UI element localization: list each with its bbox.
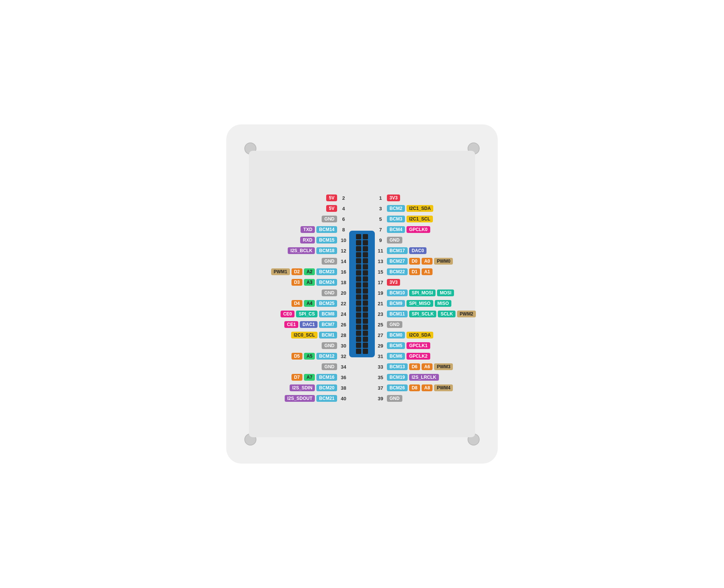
pin-6-gnd: GND <box>322 216 337 222</box>
pin-2-labels: 2 5V <box>326 193 348 203</box>
pin-dot <box>363 318 368 324</box>
pin-21-miso: MISO <box>435 300 452 307</box>
pin-24-spics: SPI_CS <box>296 311 318 317</box>
pin-row-1 <box>352 234 372 239</box>
pin-20-labels: 20 GND <box>322 288 348 298</box>
pin-23-bcm11: BCM11 <box>387 311 408 317</box>
pin-dot <box>356 294 361 300</box>
pin-8-txd: TXD <box>301 226 315 233</box>
pin-37-labels: 37 BCM26 D8 A8 PWM4 <box>376 383 453 393</box>
pin-dot <box>363 325 368 330</box>
pin-16-d2: D2 <box>291 268 302 275</box>
pin-dot <box>356 325 361 330</box>
pin-26-ce1: CE1 <box>284 321 298 328</box>
pin-dot <box>356 331 361 336</box>
pin-row-6 <box>352 264 372 270</box>
pin-dot <box>356 337 361 342</box>
pin-17-3v3: 3V3 <box>387 279 400 286</box>
pin-19-num: 19 <box>376 290 385 296</box>
pin-10-rxd: RXD <box>300 237 315 243</box>
pin-5-labels: 5 BCM3 I2C1_SCL <box>376 214 433 224</box>
pin-6-num: 6 <box>339 216 348 222</box>
pin-14-labels: 14 GND <box>322 256 348 266</box>
pin-28-i2c0scl: I2C0_SCL <box>291 332 318 338</box>
pin-13-a0: A0 <box>422 258 433 265</box>
pin-33-num: 33 <box>376 364 385 370</box>
pin-row-8 <box>352 276 372 282</box>
pin-4-5v: 5V <box>326 205 337 212</box>
pin-35-labels: 35 BCM19 I2S_LRCLK <box>376 372 439 382</box>
pin-34-gnd: GND <box>322 363 337 370</box>
pin-14-num: 14 <box>339 259 348 264</box>
pin-1-num: 1 <box>376 195 385 201</box>
pin-28-num: 28 <box>339 332 348 338</box>
pin-37-a8: A8 <box>422 384 433 391</box>
pin-row-16 <box>352 325 372 330</box>
pin-8-bcm14: BCM14 <box>316 226 337 233</box>
pin-33-a6: A6 <box>422 363 433 370</box>
pin-dot <box>363 276 368 282</box>
pin-dot <box>356 258 361 263</box>
pin-26-num: 26 <box>339 322 348 328</box>
pin-10-bcm15: BCM15 <box>316 237 337 243</box>
pin-13-pwm0: PWM0 <box>434 258 453 265</box>
pin-dot <box>356 270 361 276</box>
pin-25-labels: 25 GND <box>376 320 402 329</box>
pin-29-labels: 29 BCM5 GPCLK1 <box>376 341 430 351</box>
pin-row-5 <box>352 258 372 263</box>
pin-32-a5: A5 <box>304 353 315 360</box>
pin-38-num: 38 <box>339 385 348 391</box>
pin-39-gnd: GND <box>387 395 402 402</box>
pin-dot <box>356 264 361 270</box>
pin-32-d5: D5 <box>291 353 302 360</box>
pin-row-18 <box>352 337 372 342</box>
pin-31-labels: 31 BCM6 GPCLK2 <box>376 351 430 361</box>
pin-15-num: 15 <box>376 269 385 275</box>
pin-row-11 <box>352 294 372 300</box>
pin-12-labels: 12 BCM18 I2S_BCLK <box>288 246 348 256</box>
pin-3-i2c1sda: I2C1_SDA <box>406 205 433 212</box>
pin-dot <box>363 282 368 288</box>
pin-15-d1: D1 <box>409 268 420 275</box>
pin-32-labels: 32 BCM12 A5 D5 <box>291 351 348 361</box>
pin-23-sclk: SCLK <box>438 311 456 317</box>
pin-22-a4: A4 <box>304 300 315 307</box>
pin-30-num: 30 <box>339 343 348 349</box>
pin-39-labels: 39 GND <box>376 394 402 403</box>
pin-row-7 <box>352 270 372 276</box>
pin-dot <box>363 294 368 300</box>
pin-dot <box>363 270 368 276</box>
pin-dot <box>363 312 368 318</box>
pin-37-pwm4: PWM4 <box>434 384 453 391</box>
pin-dot <box>363 337 368 342</box>
pin-15-a1: A1 <box>422 268 433 275</box>
pin-28-labels: 28 BCM1 I2C0_SCL <box>291 330 348 340</box>
pin-5-i2c1scl: I2C1_SCL <box>406 216 433 222</box>
pin-7-num: 7 <box>376 227 385 233</box>
pin-2-5v: 5V <box>326 194 337 201</box>
pin-20-num: 20 <box>339 290 348 296</box>
pin-32-num: 32 <box>339 354 348 359</box>
pin-dot <box>356 318 361 324</box>
pin-24-bcm8: BCM8 <box>319 311 337 317</box>
pin-24-num: 24 <box>339 311 348 317</box>
pin-6-labels: 6 GND <box>322 214 348 224</box>
pin-1-3v3: 3V3 <box>387 194 400 201</box>
pin-36-d7: D7 <box>291 374 302 381</box>
pin-11-dac0: DAC0 <box>409 247 427 254</box>
pin-31-num: 31 <box>376 354 385 359</box>
pin-11-bcm17: BCM17 <box>387 247 408 254</box>
pin-36-labels: 36 BCM16 A7 D7 <box>291 372 348 382</box>
pin-17-labels: 17 3V3 <box>376 277 400 287</box>
pin-16-bcm23: BCM23 <box>316 268 337 275</box>
pin-24-labels: 24 BCM8 SPI_CS CE0 <box>281 309 348 319</box>
board <box>226 124 498 464</box>
pin-dot <box>363 246 368 251</box>
pin-row-19 <box>352 343 372 348</box>
pin-dot <box>356 312 361 318</box>
pin-19-bcm10: BCM10 <box>387 289 408 296</box>
pin-8-labels: 8 BCM14 TXD <box>301 225 348 234</box>
pin-dot <box>363 306 368 312</box>
pin-40-bcm21: BCM21 <box>316 395 337 402</box>
pin-16-a2: A2 <box>304 268 315 275</box>
